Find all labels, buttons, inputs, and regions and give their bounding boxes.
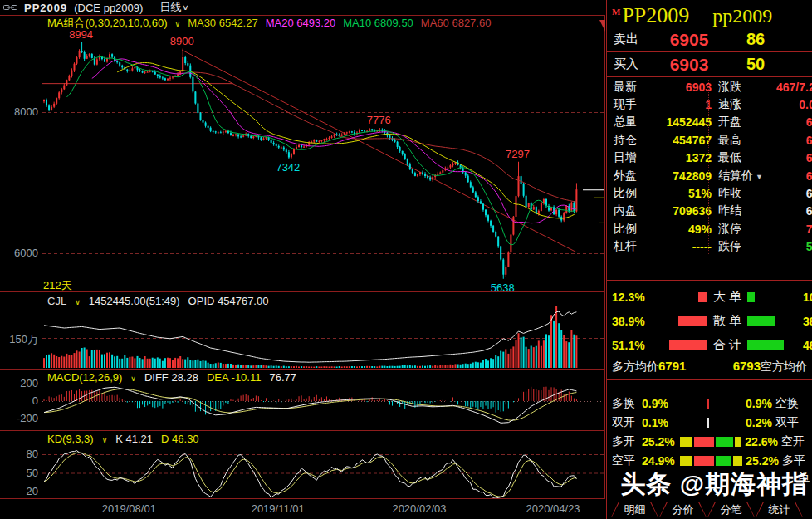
flow-label: 空换 (775, 396, 807, 411)
quote-row: 现手1速涨0.07% (607, 95, 812, 113)
flow-value: 0.1% (642, 416, 680, 429)
field-label: 最新 (614, 80, 655, 95)
flow-row: 多换0.9%0.9%空换 (607, 394, 812, 413)
field-value: 6491 (776, 187, 812, 200)
chevron-down-icon: ∨ (175, 20, 181, 28)
flow-label: 多开 (612, 434, 642, 449)
order-ratio-section: 12.3%大 单10.5%38.9%散 单38.3%51.1%合 计48.9% … (607, 281, 812, 380)
watermark-bold: 头条 (620, 470, 672, 497)
ma60-value: MA60 6827.60 (421, 17, 492, 29)
quote-row: 最新6903涨跌467/7.26% (607, 78, 812, 95)
chevron-down-icon: ∨ (75, 298, 81, 306)
panel-divider (607, 257, 812, 281)
long-ratio-bar (652, 316, 708, 326)
ma-legend[interactable]: MA组合(0,30,20,10,0,60)∨MA30 6542.27MA20 6… (47, 16, 498, 31)
field-value: 1452445 (655, 115, 712, 129)
chevron-down-icon: ∨ (102, 436, 108, 444)
macd-legend[interactable]: MACD(12,26,9)∨DIFF 28.28DEA -10.1176.77 (47, 371, 305, 384)
trading-terminal: PP2009 (DCE pp2009) 日线 ∨ MA组合(0,30,20,10… (0, 0, 812, 519)
flow-value: 24.9% (642, 454, 680, 468)
settlement-dropdown-icon[interactable]: ▼ (756, 173, 763, 181)
field-label: 最高 (712, 133, 776, 148)
short-avg-label: 空方均价 (761, 360, 807, 373)
tab-分价[interactable]: 分价 (659, 502, 707, 517)
short-ratio-value: 48.9% (803, 339, 812, 352)
tab-label: 明细 (611, 502, 658, 517)
tab-明细[interactable]: 明细 (611, 502, 658, 517)
quote-row: 持仓454767最高6995 (607, 131, 812, 149)
macd-label[interactable]: MACD(12,26,9) (47, 371, 122, 384)
flow-bar (680, 455, 742, 466)
axis-tick-label: 80 (0, 448, 38, 460)
x-axis-date: 2019/08/01 (91, 502, 166, 515)
link-icon (3, 3, 17, 12)
flow-row: 多开25.2%22.6%空开 (607, 432, 812, 451)
tab-统计[interactable]: 统计 (756, 502, 803, 517)
long-ratio-bar (652, 292, 708, 302)
field-label: 最低 (712, 150, 776, 165)
axis-tick-label: 8000 (0, 105, 38, 118)
short-avg-value: 6793 (733, 359, 761, 373)
flow-value: 25.2% (742, 454, 782, 468)
symbol-title: PP2009 (24, 2, 67, 14)
tab-label: 分价 (659, 502, 707, 517)
symbol-detail: (DCE pp2009) (74, 2, 143, 14)
bid-row: 买入 6903 50 (607, 52, 812, 77)
ratio-row: 12.3%大 单10.5% (607, 285, 812, 309)
price-annotation: 8994 (52, 28, 110, 41)
field-label: 涨停 (712, 222, 776, 237)
axis-tick-label: 150万 (0, 332, 38, 347)
field-label: 比例 (614, 222, 655, 237)
field-label: 涨跌 (712, 80, 776, 95)
axis-tick-label: 0 (0, 394, 38, 407)
ask-label: 卖出 (614, 32, 655, 47)
short-ratio-value: 10.5% (803, 291, 812, 304)
d-value: D 46.30 (161, 433, 199, 445)
quote-row: 内盘709636昨结6436 (607, 203, 812, 220)
quote-title: M PP2009 pp2009 (607, 0, 812, 27)
long-ratio-value: 38.9% (612, 315, 652, 328)
field-label: 速涨 (712, 97, 776, 112)
ratio-label: 合 计 (708, 337, 746, 353)
x-axis-date: 2020/04/23 (516, 502, 590, 515)
price-annotation: 7297 (489, 148, 547, 160)
short-ratio-bar (746, 316, 803, 326)
x-axis-date: 2020/02/03 (382, 502, 457, 515)
volume-legend[interactable]: CJL∨1452445.00(51:49)OPID 454767.00 (47, 295, 276, 307)
field-value: 709636 (655, 204, 712, 218)
field-value: 6594 (776, 115, 812, 129)
flow-bar (680, 436, 741, 447)
price-annotation: 8900 (153, 35, 211, 47)
short-ratio-bar (746, 292, 803, 302)
bid-price[interactable]: 6903 (655, 55, 723, 75)
period-count-label: 212天 (43, 278, 72, 293)
field-value: 742809 (655, 169, 712, 183)
field-value: 6588 (776, 151, 812, 164)
field-label: 结算价▼ (712, 169, 776, 184)
flow-value: 0.2% (736, 416, 775, 429)
flow-value: 0.9% (736, 397, 775, 410)
quote-panel: M PP2009 pp2009 卖出 6905 86 买入 6903 50 最新… (606, 0, 812, 519)
tab-分笔[interactable]: 分笔 (707, 502, 755, 517)
title-bar: PP2009 (DCE pp2009) 日线 ∨ (0, 0, 609, 15)
quote-row: 日增1372最低6588 (607, 149, 812, 167)
flow-row: 双开0.1%0.2%双平 (607, 413, 812, 432)
flow-bar (680, 417, 736, 428)
field-label: 跌停 (712, 239, 776, 254)
field-label: 杠杆 (614, 239, 655, 254)
price-annotation: 7776 (350, 114, 408, 126)
kd-label[interactable]: KD(9,3,3) (47, 433, 94, 445)
field-value: 0.07% (776, 98, 812, 111)
flow-label: 空开 (781, 434, 812, 449)
axis-tick-label: -200 (0, 412, 38, 424)
ask-row: 卖出 6905 86 (607, 27, 812, 52)
price-annotation: 7342 (259, 161, 317, 174)
period-selector[interactable]: 日线 ∨ (159, 0, 188, 15)
flow-value: 25.2% (642, 435, 680, 448)
kd-legend[interactable]: KD(9,3,3)∨K 41.21D 46.30 (47, 433, 208, 445)
ask-price[interactable]: 6905 (655, 30, 723, 50)
field-label: 总量 (614, 115, 655, 130)
field-label: 昨收 (712, 186, 776, 201)
cjl-label[interactable]: CJL (47, 295, 66, 307)
long-avg-label: 多方均价 (612, 360, 658, 373)
